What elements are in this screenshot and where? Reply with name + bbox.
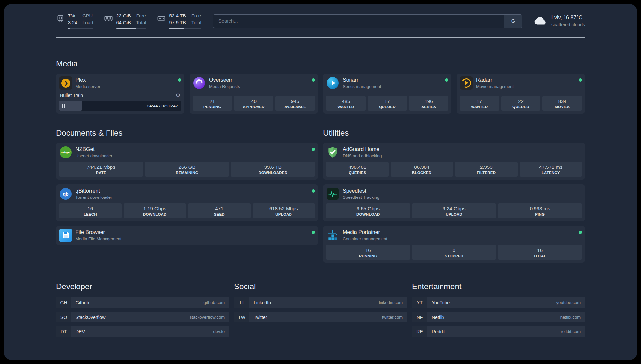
service-card-speedtest[interactable]: Speedtest Speedtest Tracking 9.65 Gbps D… [323, 184, 585, 221]
bookmark-youtube[interactable]: YT YouTube youtube.com [412, 297, 585, 308]
gear-icon[interactable]: ⚙ [176, 93, 180, 98]
section-title-social: Social [234, 282, 407, 291]
search-provider-button[interactable]: G [504, 15, 522, 28]
service-card-nzbget[interactable]: nzbget NZBGet Usenet downloader 744.21 M… [56, 143, 318, 180]
service-card-portainer[interactable]: Media Portainer Container management 16 … [323, 226, 585, 263]
plex-meta: Plex Media server [76, 76, 100, 90]
stat-upload: 618.52 Mbps UPLOAD [253, 203, 315, 218]
bookmark-url: github.com [203, 300, 225, 305]
service-card-sonarr[interactable]: Sonarr Series management 485 WANTED 17 Q… [323, 74, 451, 114]
bookmark-name: YouTube [432, 300, 450, 305]
cloud-icon [534, 14, 547, 28]
stat-remaining: 266 GB REMAINING [145, 162, 229, 177]
service-subtitle: DNS and adblocking [343, 153, 382, 158]
service-name: Overseerr [209, 77, 240, 83]
media-card-grid: ❯ Plex Media server Bullet Train ⚙ 24:44… [56, 74, 585, 114]
memory-total-label: Total [136, 19, 146, 26]
memory-free: 22 GiB [116, 13, 131, 19]
bookmarks-entertainment: Entertainment YT YouTube youtube.com NF … [412, 282, 585, 341]
portainer-meta: Media Portainer Container management [343, 229, 387, 242]
nzbget-icon: nzbget [59, 146, 72, 159]
memory-widget: 22 GiB 64 GiB Free Total [104, 13, 146, 29]
service-card-plex[interactable]: ❯ Plex Media server Bullet Train ⚙ 24:44… [56, 74, 184, 114]
stat-stopped: 0 STOPPED [412, 245, 496, 260]
pause-icon[interactable] [62, 104, 65, 108]
stat-download: 9.65 Gbps DOWNLOAD [326, 203, 410, 218]
service-name: Plex [76, 77, 100, 83]
memory-icon [104, 14, 113, 23]
service-card-overseerr[interactable]: Overseerr Media Requests 21 PENDING 40 A… [190, 74, 318, 114]
qbittorrent-meta: qBittorrent Torrent downloader [76, 187, 112, 200]
bookmark-github[interactable]: GH Github github.com [56, 297, 229, 308]
bookmark-abbr: SO [56, 312, 71, 322]
bookmark-dev[interactable]: DT DEV dev.to [56, 326, 229, 337]
disk-widget: 52.4 TB 97.9 TB Free Total [157, 13, 201, 29]
stat-movies: 834 MOVIES [542, 96, 582, 111]
speedtest-header: Speedtest Speedtest Tracking [326, 187, 582, 200]
bookmark-abbr: GH [56, 297, 71, 308]
overseerr-meta: Overseerr Media Requests [209, 76, 240, 90]
plex-chevron-glyph: ❯ [61, 79, 70, 88]
plex-header: ❯ Plex Media server [59, 76, 181, 90]
section-title-documents: Documents & Files [56, 128, 318, 137]
service-card-qbittorrent[interactable]: qb qBittorrent Torrent downloader 16 LEE… [56, 184, 318, 221]
sonarr-header: Sonarr Series management [326, 76, 448, 90]
cpu-percent: 7% [68, 13, 77, 19]
bookmark-url: twitter.com [382, 315, 403, 319]
service-name: NZBGet [76, 146, 112, 152]
qbittorrent-icon-text: qb [60, 188, 72, 200]
stat-seed: 471 SEED [188, 203, 251, 218]
disk-progress-track [169, 28, 201, 29]
disk-progress-fill [169, 28, 184, 29]
stat-downloaded: 39.6 TB DOWNLOADED [231, 162, 315, 177]
status-dot [312, 78, 315, 82]
stat-upload: 9.24 Gbps UPLOAD [412, 203, 496, 218]
status-dot [312, 148, 315, 151]
bookmark-abbr: TW [234, 312, 249, 322]
service-name: qBittorrent [76, 188, 112, 194]
bookmark-reddit[interactable]: RE Reddit reddit.com [412, 326, 585, 337]
dashboard-window: 7% 3.24 CPU Load [4, 4, 637, 360]
speedtest-stats: 9.65 Gbps DOWNLOAD 9.24 Gbps UPLOAD 0.99… [326, 203, 582, 218]
service-subtitle: Torrent downloader [76, 195, 112, 200]
service-subtitle: Movie management [476, 84, 514, 89]
service-subtitle: Usenet downloader [76, 153, 112, 158]
stat-rate: 744.21 Mbps RATE [59, 162, 143, 177]
memory-progress-fill [116, 28, 136, 29]
bookmark-name: StackOverflow [76, 315, 105, 320]
adguard-shield-icon [326, 146, 339, 159]
stat-wanted: 485 WANTED [326, 96, 366, 111]
bookmark-abbr: NF [412, 312, 427, 322]
disk-icon [157, 14, 166, 23]
bookmark-url: linkedin.com [379, 300, 403, 305]
stat-queued: 17 QUEUED [368, 96, 407, 111]
bookmark-stackoverflow[interactable]: SO StackOverflow stackoverflow.com [56, 312, 229, 322]
disk-readout: 52.4 TB 97.9 TB Free Total [169, 13, 201, 29]
bookmark-linkedin[interactable]: LI LinkedIn linkedin.com [234, 297, 407, 308]
qbittorrent-stats: 16 LEECH 1.19 Gbps DOWNLOAD 471 SEED 618… [59, 203, 315, 218]
stat-wanted: 17 WANTED [460, 96, 499, 111]
nzbget-icon-text: nzbget [60, 146, 72, 158]
qbittorrent-header: qb qBittorrent Torrent downloader [59, 187, 315, 200]
portainer-stats: 16 RUNNING 0 STOPPED 16 TOTAL [326, 245, 582, 260]
bookmark-name: Twitter [254, 315, 267, 320]
bookmark-abbr: YT [412, 297, 427, 308]
bookmark-name: Reddit [432, 329, 445, 334]
filebrowser-meta: File Browser Media File Management [76, 229, 121, 242]
service-card-adguard[interactable]: AdGuard Home DNS and adblocking 498,461 … [323, 143, 585, 180]
bookmark-twitter[interactable]: TW Twitter twitter.com [234, 312, 407, 322]
service-name: File Browser [76, 229, 121, 235]
bookmark-url: stackoverflow.com [190, 315, 225, 319]
bookmarks-developer: Developer GH Github github.com SO StackO… [56, 282, 229, 341]
service-card-filebrowser[interactable]: File Browser Media File Management [56, 226, 318, 245]
service-card-radarr[interactable]: Radarr Movie management 17 WANTED 22 QUE… [457, 74, 585, 114]
bookmarks-social: Social LI LinkedIn linkedin.com TW Twitt… [234, 282, 407, 341]
disk-total-label: Total [191, 19, 201, 26]
bookmark-netflix[interactable]: NF Netflix netflix.com [412, 312, 585, 322]
service-name: AdGuard Home [343, 146, 382, 152]
search-input[interactable] [213, 15, 504, 28]
nzbget-meta: NZBGet Usenet downloader [76, 146, 112, 159]
service-subtitle: Container management [343, 236, 387, 241]
status-dot [312, 231, 315, 234]
stat-blocked: 86,384 BLOCKED [391, 162, 453, 177]
